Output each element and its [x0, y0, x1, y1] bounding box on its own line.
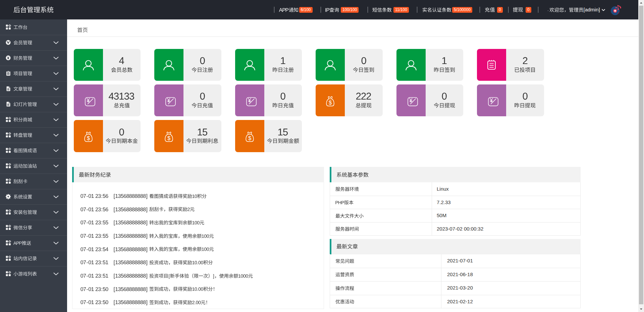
svg-text:$: $ — [248, 135, 251, 141]
svg-text:$: $ — [329, 100, 332, 106]
svg-text:$: $ — [87, 135, 90, 141]
svg-text:$: $ — [167, 135, 170, 141]
